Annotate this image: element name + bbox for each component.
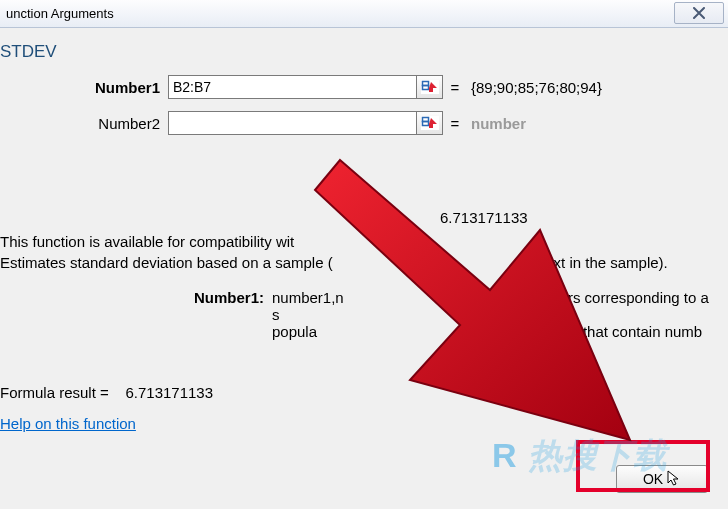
arg-help-frag-a: number1,n	[272, 289, 344, 306]
range-select-icon	[421, 80, 439, 94]
formula-result-value: 6.713171133	[125, 384, 213, 401]
arg-row-number1: Number1 = {89;90;85;76;80;94}	[0, 72, 718, 102]
equals-sign: =	[443, 79, 467, 96]
arg-row-number2: Number2 = number	[0, 108, 718, 138]
collapse-dialog-button[interactable]	[417, 75, 443, 99]
range-select-icon	[421, 116, 439, 130]
arg-help-text: number1,n numbers corresponding to a s p…	[272, 289, 718, 340]
collapse-dialog-button[interactable]	[417, 111, 443, 135]
help-on-this-function-link[interactable]: Help on this function	[0, 415, 136, 432]
number1-input[interactable]	[168, 75, 417, 99]
arg-field-wrapper	[168, 111, 443, 135]
arg-label: Number1	[0, 79, 168, 96]
desc-tail: text in the sample).	[541, 254, 668, 271]
number2-input[interactable]	[168, 111, 417, 135]
arg-help-frag-d: erences that contain numb	[525, 323, 702, 340]
arg-help-label: Number1:	[0, 289, 272, 340]
desc-line2: Estimates standard deviation based on a …	[0, 254, 333, 271]
function-description: 6.713171133 This function is available f…	[0, 208, 718, 273]
arg-help-frag-c: popula	[272, 323, 317, 340]
function-name: STDEV	[0, 42, 718, 62]
desc-line1: This function is available for compatibi…	[0, 233, 294, 250]
arg-label: Number2	[0, 115, 168, 132]
dialog-body: STDEV Number1 = {89;90;85;76;80;94} Numb…	[0, 28, 728, 433]
function-preview-value: 6.713171133	[440, 208, 718, 228]
ok-button-label: OK	[643, 471, 663, 487]
dialog-button-row: OK	[616, 465, 708, 493]
arg-evaluated-value: {89;90;85;76;80;94}	[467, 79, 602, 96]
window-title: unction Arguments	[6, 6, 114, 21]
formula-result: Formula result = 6.713171133	[0, 384, 718, 401]
titlebar[interactable]: unction Arguments	[0, 0, 728, 28]
close-icon	[693, 7, 705, 19]
arg-evaluated-value: number	[467, 115, 526, 132]
argument-help: Number1: number1,n numbers corresponding…	[0, 289, 718, 340]
ok-button[interactable]: OK	[616, 465, 708, 493]
function-arguments-dialog: unction Arguments STDEV Number1 = {89;90…	[0, 0, 728, 509]
arg-field-wrapper	[168, 75, 443, 99]
cursor-icon	[667, 470, 681, 488]
close-window-button[interactable]	[674, 2, 724, 24]
equals-sign: =	[443, 115, 467, 132]
argument-list: Number1 = {89;90;85;76;80;94} Number2	[0, 72, 718, 138]
formula-result-label: Formula result =	[0, 384, 109, 401]
